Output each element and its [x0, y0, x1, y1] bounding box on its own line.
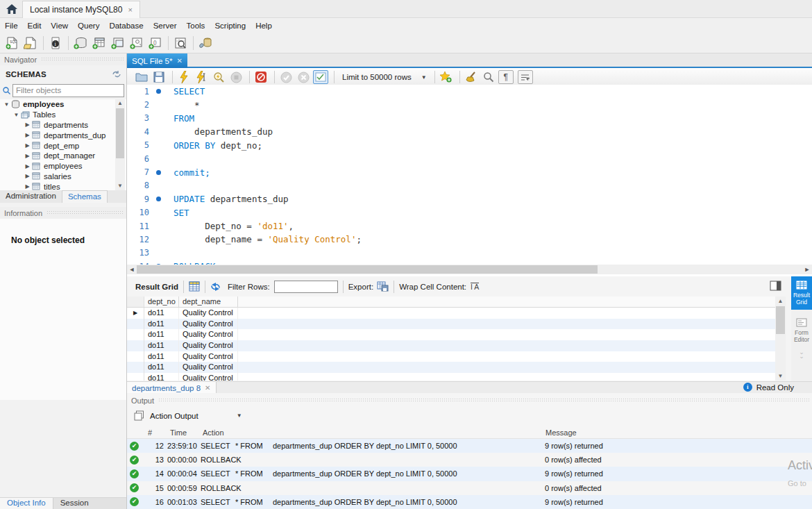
cell-dept-no[interactable]: do11 — [144, 362, 179, 373]
side-tab-form-editor[interactable]: Form Editor — [791, 315, 812, 346]
cell-dept-name[interactable]: Quality Control — [179, 340, 238, 351]
new-query-tab-button[interactable]: SQL — [3, 35, 20, 51]
expander-icon[interactable]: ▼ — [12, 112, 20, 118]
tree-item-table-departments_dup[interactable]: ▶departments_dup — [0, 130, 126, 140]
stop-button[interactable] — [228, 70, 244, 84]
tab-schemas[interactable]: Schemas — [62, 190, 108, 203]
sql-code-editor[interactable]: 1SELECT2 *3FROM4 departments_dup5ORDER B… — [127, 85, 812, 265]
toggle-stop-on-error-button[interactable] — [253, 70, 269, 84]
result-set-tab-close-icon[interactable]: ✕ — [205, 384, 210, 392]
database-migration-button[interactable] — [196, 35, 214, 51]
expander-icon[interactable]: ▶ — [24, 132, 31, 138]
sql-file-tab[interactable]: SQL File 5* ✕ — [127, 53, 187, 68]
menu-edit[interactable]: Edit — [23, 20, 46, 31]
connection-tab-close-icon[interactable]: × — [128, 6, 132, 14]
editor-horizontal-scrollbar[interactable]: ◄ ► — [127, 265, 812, 274]
scrollbar-thumb[interactable] — [137, 265, 598, 274]
expander-icon[interactable]: ▶ — [24, 163, 31, 169]
execute-button[interactable] — [176, 70, 192, 84]
create-procedure-button[interactable] — [128, 35, 145, 51]
side-strip-chevrons-icon[interactable]: ⌄⌄ — [791, 350, 812, 358]
inspector-button[interactable]: i — [46, 35, 64, 51]
wrap-text-button[interactable] — [518, 70, 533, 84]
commit-button[interactable] — [278, 70, 294, 84]
execute-current-button[interactable] — [194, 70, 209, 84]
grid-view-icon[interactable] — [189, 281, 200, 292]
row-selector[interactable] — [127, 351, 144, 362]
expander-icon[interactable]: ▶ — [24, 142, 31, 149]
scroll-right-icon[interactable]: ► — [802, 265, 812, 274]
result-row[interactable]: ▶do11Quality Control — [127, 308, 786, 319]
result-row[interactable]: do11Quality Control — [127, 373, 786, 381]
row-selector[interactable] — [127, 362, 144, 373]
row-selector[interactable] — [127, 319, 144, 330]
create-table-button[interactable] — [90, 35, 108, 51]
row-selector[interactable] — [127, 373, 144, 381]
refresh-icon[interactable] — [210, 282, 221, 292]
menu-help[interactable]: Help — [251, 20, 277, 31]
wrap-cell-content-icon[interactable]: I A — [471, 283, 479, 291]
result-grid-scrollbar[interactable]: ▲ ▼ — [775, 297, 786, 381]
menu-file[interactable]: File — [0, 20, 23, 31]
cell-dept-name[interactable]: Quality Control — [179, 351, 238, 362]
result-row[interactable]: do11Quality Control — [127, 329, 786, 340]
cell-dept-name[interactable]: Quality Control — [179, 373, 238, 381]
expander-icon[interactable]: ▶ — [24, 153, 31, 159]
tree-scrollbar[interactable]: ▲ ▼ — [115, 99, 125, 190]
open-sql-script-button[interactable] — [22, 35, 39, 51]
tree-item-table-departments[interactable]: ▶departments — [0, 120, 126, 131]
rollback-button[interactable] — [296, 70, 311, 84]
row-selector[interactable]: ▶ — [127, 308, 144, 319]
invisible-chars-button[interactable]: ¶ — [498, 70, 514, 84]
create-schema-button[interactable] — [71, 35, 89, 51]
output-row[interactable]: ✔1400:00:04SELECT* FROMdepartments_dup O… — [127, 467, 812, 481]
output-row[interactable]: ✔1223:59:10SELECT* FROMdepartments_dup O… — [127, 439, 812, 453]
create-function-button[interactable]: () — [146, 35, 164, 51]
menu-tools[interactable]: Tools — [182, 20, 210, 31]
menu-scripting[interactable]: Scripting — [210, 20, 251, 31]
tab-object-info[interactable]: Object Info — [0, 498, 53, 509]
schemas-refresh-icon[interactable] — [112, 71, 121, 78]
expander-icon[interactable]: ▶ — [24, 173, 31, 179]
expander-icon[interactable]: ▶ — [24, 183, 31, 190]
panel-toggle-icon[interactable] — [770, 281, 781, 291]
open-file-button[interactable] — [134, 70, 149, 84]
toggle-autocommit-button[interactable] — [313, 70, 328, 84]
tree-item-table-dept_emp[interactable]: ▶dept_emp — [0, 140, 126, 151]
result-row[interactable]: do11Quality Control — [127, 319, 786, 330]
cell-dept-no[interactable]: do11 — [144, 351, 179, 362]
column-header-dept-no[interactable]: dept_no — [144, 297, 179, 307]
cell-dept-name[interactable]: Quality Control — [179, 319, 238, 330]
beautify-button[interactable] — [464, 70, 479, 84]
result-row[interactable]: do11Quality Control — [127, 340, 786, 351]
output-row[interactable]: ✔1500:00:59ROLLBACK0 row(s) affected — [127, 481, 812, 495]
expander-icon[interactable]: ▶ — [24, 122, 31, 128]
filter-rows-input[interactable] — [274, 281, 338, 293]
expander-icon[interactable]: ▼ — [3, 101, 10, 108]
action-output-dropdown[interactable]: Action Output ▼ — [150, 412, 242, 420]
tree-item-table-titles[interactable]: ▶titles — [0, 181, 126, 190]
cell-dept-no[interactable]: do11 — [144, 340, 179, 351]
export-icon[interactable] — [377, 281, 389, 292]
create-view-button[interactable] — [109, 35, 126, 51]
snippets-button[interactable] — [439, 70, 454, 84]
search-table-data-button[interactable] — [171, 35, 189, 51]
cell-dept-name[interactable]: Quality Control — [179, 308, 238, 319]
connection-tab[interactable]: Local instance MySQL80 × — [22, 1, 140, 18]
row-selector[interactable] — [127, 329, 144, 340]
menu-database[interactable]: Database — [104, 20, 148, 31]
result-row[interactable]: do11Quality Control — [127, 351, 786, 362]
explain-button[interactable] — [211, 70, 226, 84]
save-button[interactable] — [151, 70, 167, 84]
cell-dept-no[interactable]: do11 — [144, 308, 179, 319]
home-tab-button[interactable] — [3, 1, 21, 17]
output-row[interactable]: ✔1600:01:03SELECT* FROMdepartments_dup O… — [127, 495, 812, 509]
filter-objects-input[interactable]: Filter objects — [12, 84, 124, 97]
menu-server[interactable]: Server — [149, 20, 182, 31]
sql-file-tab-close-icon[interactable]: ✕ — [176, 57, 182, 65]
menu-view[interactable]: View — [46, 20, 73, 31]
result-row[interactable]: do11Quality Control — [127, 362, 786, 373]
tree-item-tables[interactable]: ▼Tables — [0, 110, 126, 120]
tree-item-table-salaries[interactable]: ▶salaries — [0, 172, 126, 182]
menu-query[interactable]: Query — [73, 20, 104, 31]
